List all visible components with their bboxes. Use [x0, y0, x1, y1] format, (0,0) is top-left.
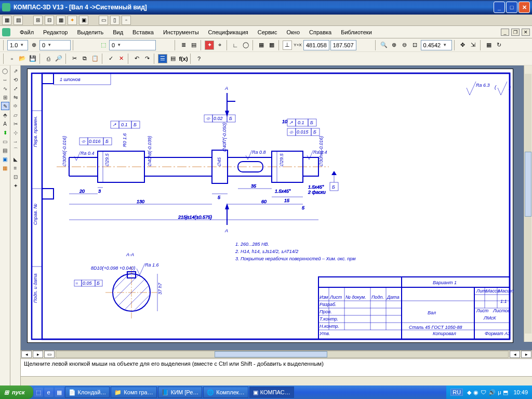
layer-combo[interactable]: 0▼	[39, 40, 71, 50]
tray-icon[interactable]: ◉	[473, 389, 478, 396]
scroll-left[interactable]: ◂	[510, 351, 520, 358]
props-icon[interactable]: ✓	[106, 54, 115, 63]
tile-icon[interactable]: ▯	[110, 16, 119, 25]
zoom-sel-icon[interactable]: ⊡	[410, 41, 420, 50]
arrange-icon[interactable]: ▫	[122, 16, 131, 25]
extend-icon[interactable]: →	[11, 137, 20, 145]
grid1-icon[interactable]: ▦	[257, 41, 266, 50]
redo-icon[interactable]: ↷	[142, 54, 152, 63]
task-item[interactable]: 📁Комп гра…	[111, 387, 156, 398]
menu-view[interactable]: Вид	[109, 28, 127, 37]
mirror-icon[interactable]: ⇋	[11, 93, 20, 101]
fx-icon[interactable]: f(x)	[179, 54, 188, 63]
array-icon[interactable]: ፨	[11, 102, 20, 110]
task-item[interactable]: 📄Клондай…	[65, 387, 110, 398]
edit-icon[interactable]: ✎	[1, 102, 9, 110]
maximize-button[interactable]: □	[506, 2, 517, 13]
collect-icon[interactable]: ⊡	[11, 172, 20, 181]
grid2-icon[interactable]: ▩	[267, 41, 276, 50]
chamfer-icon[interactable]: ◣	[11, 155, 20, 163]
step-plus-icon[interactable]: ⊕	[29, 41, 38, 50]
style-combo[interactable]: 0▼	[109, 40, 156, 50]
tray-icon[interactable]: μ	[498, 389, 501, 395]
tree-icon[interactable]: ⊞	[33, 16, 43, 25]
menu-libs[interactable]: Библиотеки	[337, 28, 376, 37]
equid-icon[interactable]: ≡	[11, 164, 20, 172]
start-button[interactable]: ⊞ пуск	[0, 385, 33, 399]
menu-file[interactable]: Файл	[16, 28, 38, 37]
manager-icon[interactable]: ☰	[158, 54, 167, 63]
minimize-button[interactable]: _	[494, 2, 505, 13]
delete-icon[interactable]: ✕	[116, 54, 126, 63]
geom-icon[interactable]: ◯	[1, 66, 9, 75]
drawing-canvas[interactable]: Перв. примен. Справ. № Подп. и дата 1 шп…	[21, 65, 532, 350]
copy-icon[interactable]: ⧉	[80, 54, 89, 63]
tray-icon[interactable]: 🛡	[481, 389, 486, 395]
paste-icon[interactable]: 📋	[90, 54, 100, 63]
tray-icon[interactable]: 🔊	[488, 389, 496, 396]
xy-icon[interactable]: Y+X	[293, 41, 302, 50]
menu-tools[interactable]: Инструменты	[159, 28, 203, 37]
symbol-icon[interactable]: ∿	[1, 84, 9, 92]
ql-browser-icon[interactable]: e	[44, 388, 54, 397]
menu-select[interactable]: Выделить	[73, 28, 108, 37]
doc-icon[interactable]: ▤	[14, 16, 23, 25]
horizontal-scrollbar[interactable]: ◂ ▸ ▭ ◂ ▸	[21, 350, 532, 358]
zoom-combo[interactable]: 0.4542▼	[421, 40, 452, 50]
open-icon[interactable]: 📂	[18, 54, 27, 63]
tab-sheet[interactable]: ▭	[44, 351, 55, 358]
task-item-active[interactable]: ▣КОМПАС…	[249, 387, 294, 398]
text-icon[interactable]: ⊞	[1, 93, 9, 101]
deform-icon[interactable]: ▱	[11, 111, 20, 119]
close-button[interactable]: ✕	[518, 2, 530, 13]
ql-app-icon[interactable]: ▦	[55, 388, 64, 397]
mdi-minimize[interactable]: _	[501, 29, 509, 36]
doc-system-icon[interactable]	[2, 28, 10, 36]
mdi-restore[interactable]: ❐	[511, 29, 520, 36]
move-icon[interactable]: ⇗	[11, 66, 20, 75]
zoom-out-icon[interactable]: ⊖	[400, 41, 409, 50]
tree2-icon[interactable]: ⊟	[45, 16, 54, 25]
local-cs-icon[interactable]: ⊥	[283, 41, 292, 50]
surface-icon[interactable]: ▣	[1, 155, 9, 163]
refresh-icon[interactable]: ↻	[495, 41, 504, 50]
spec-icon[interactable]: ▭	[1, 137, 9, 145]
menu-help[interactable]: Справка	[305, 28, 336, 37]
undo-icon[interactable]: ↶	[132, 54, 141, 63]
grid-icon[interactable]: ▦	[56, 16, 65, 25]
lang-indicator[interactable]: RU	[450, 389, 463, 396]
clock[interactable]: 10:49	[513, 389, 528, 395]
tab-prev[interactable]: ◂	[21, 351, 32, 358]
ql-desktop-icon[interactable]: ⬚	[34, 388, 43, 397]
dim-icon[interactable]: ↔	[1, 75, 9, 84]
tab-next[interactable]: ▸	[33, 351, 43, 358]
report-icon[interactable]: ▤	[1, 146, 9, 154]
zoom-window-icon[interactable]: 🔍	[379, 41, 389, 50]
break-icon[interactable]: ⊹	[11, 128, 20, 137]
menu-spec[interactable]: Спецификация	[204, 28, 252, 37]
menu-service[interactable]: Сервис	[254, 28, 282, 37]
vertical-scrollbar[interactable]	[524, 65, 532, 342]
print-icon[interactable]: ⎙	[44, 54, 53, 63]
scale-icon[interactable]: ⤢	[11, 84, 20, 92]
pan2-icon[interactable]: ⇲	[469, 41, 478, 50]
cut-icon[interactable]: ✂	[70, 54, 79, 63]
round-icon[interactable]: ◯	[241, 41, 250, 50]
mdi-close[interactable]: ✕	[522, 29, 530, 36]
vars-icon[interactable]: ▤	[168, 54, 178, 63]
ortho-icon[interactable]: ∟	[231, 41, 240, 50]
redraw-icon[interactable]: ▦	[484, 41, 494, 50]
axes-icon[interactable]: ✦	[11, 181, 20, 190]
menu-window[interactable]: Окно	[282, 28, 304, 37]
cube-icon[interactable]: ▣	[79, 16, 88, 25]
select-icon[interactable]: ⬍	[1, 128, 9, 137]
fillet-icon[interactable]: ⌒	[11, 146, 20, 154]
tray-icon[interactable]: ⬒	[503, 389, 508, 396]
task-item[interactable]: 🌐Комплек…	[203, 387, 248, 398]
step-combo[interactable]: 1.0▼	[7, 40, 28, 50]
pan-icon[interactable]: ✥	[458, 41, 468, 50]
snap-toggle[interactable]: ✦	[205, 41, 214, 50]
hatch-icon[interactable]: ⬚	[99, 41, 108, 50]
param-icon[interactable]: ⬘	[1, 111, 9, 119]
zoom-in-icon[interactable]: ⊕	[390, 41, 399, 50]
